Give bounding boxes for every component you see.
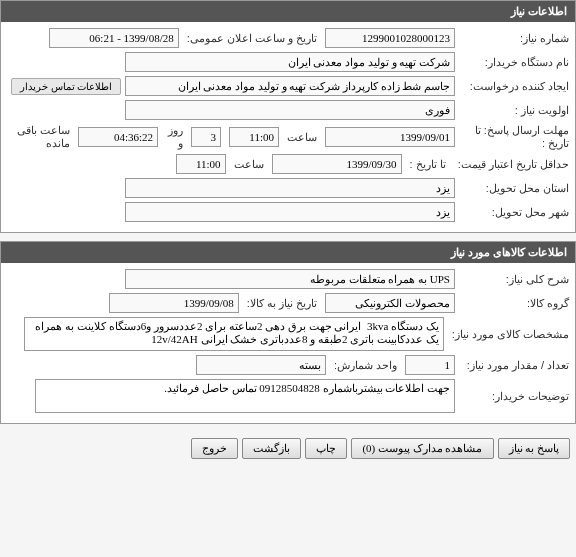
- priority-field[interactable]: [125, 100, 455, 120]
- time-label-1: ساعت: [283, 131, 321, 144]
- contact-buyer-button[interactable]: اطلاعات تماس خریدار: [11, 78, 121, 95]
- notes-field[interactable]: جهت اطلاعات بیشترباشماره 09128504828 تما…: [35, 379, 455, 413]
- to-date-label: تا تاریخ :: [406, 158, 450, 171]
- need-no-field[interactable]: [325, 28, 455, 48]
- qty-label: تعداد / مقدار مورد نیاز:: [459, 359, 569, 372]
- goods-info-section: اطلاعات کالاهای مورد نیاز شرح کلی نیاز: …: [0, 241, 576, 424]
- section-header-goods: اطلاعات کالاهای مورد نیاز: [1, 242, 575, 263]
- qty-field[interactable]: [405, 355, 455, 375]
- section-header-need: اطلاعات نیاز: [1, 1, 575, 22]
- deadline-time-field[interactable]: [229, 127, 279, 147]
- remain-label: ساعت باقی مانده: [7, 124, 74, 150]
- unit-label: واحد شمارش:: [330, 359, 401, 372]
- view-docs-button[interactable]: مشاهده مدارک پیوست (0): [351, 438, 493, 459]
- print-button[interactable]: چاپ: [305, 438, 347, 459]
- group-field[interactable]: [325, 293, 455, 313]
- org-label: نام دستگاه خریدار:: [459, 56, 569, 69]
- unit-field[interactable]: [196, 355, 326, 375]
- min-validity-date-field[interactable]: [272, 154, 402, 174]
- notes-label: توضیحات خریدار:: [459, 390, 569, 403]
- days-label: روز و: [162, 124, 187, 150]
- need-date-field[interactable]: [109, 293, 239, 313]
- time-label-2: ساعت: [230, 158, 268, 171]
- requester-label: ایجاد کننده درخواست:: [459, 80, 569, 93]
- need-info-section: اطلاعات نیاز شماره نیاز: تاریخ و ساعت اع…: [0, 0, 576, 233]
- announce-field[interactable]: [49, 28, 179, 48]
- delivery-city-label: شهر محل تحویل:: [459, 206, 569, 219]
- min-validity-label: حداقل تاریخ اعتبار قیمت:: [454, 158, 569, 171]
- group-label: گروه کالا:: [459, 297, 569, 310]
- spec-label: مشخصات کالای مورد نیاز:: [448, 328, 569, 341]
- priority-label: اولویت نیاز :: [459, 104, 569, 117]
- need-date-label: تاریخ نیاز به کالا:: [243, 297, 321, 310]
- button-row: پاسخ به نیاز مشاهده مدارک پیوست (0) چاپ …: [0, 432, 576, 465]
- delivery-state-label: استان محل تحویل:: [459, 182, 569, 195]
- delivery-state-field[interactable]: [125, 178, 455, 198]
- announce-label: تاریخ و ساعت اعلان عمومی:: [183, 32, 321, 45]
- deadline-label: مهلت ارسال پاسخ: تا تاریخ :: [459, 124, 569, 150]
- org-field[interactable]: [125, 52, 455, 72]
- answer-button[interactable]: پاسخ به نیاز: [498, 438, 571, 459]
- need-no-label: شماره نیاز:: [459, 32, 569, 45]
- delivery-city-field[interactable]: [125, 202, 455, 222]
- back-button[interactable]: بازگشت: [242, 438, 301, 459]
- spec-field[interactable]: یک دستگاه 3kva ایرانی جهت برق دهی 2ساعته…: [24, 317, 444, 351]
- time-remaining-field: [78, 127, 158, 147]
- requester-field[interactable]: [125, 76, 455, 96]
- exit-button[interactable]: خروج: [191, 438, 238, 459]
- main-desc-field[interactable]: [125, 269, 455, 289]
- min-validity-time-field[interactable]: [176, 154, 226, 174]
- days-remaining-field: [191, 127, 221, 147]
- deadline-date-field[interactable]: [325, 127, 455, 147]
- main-desc-label: شرح کلی نیاز:: [459, 273, 569, 286]
